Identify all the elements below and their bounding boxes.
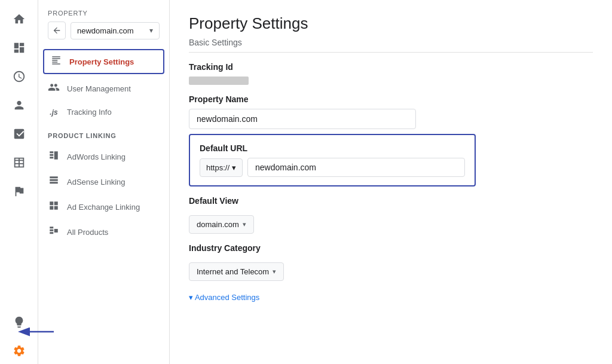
nav-bar xyxy=(0,0,38,364)
ad-exchange-icon xyxy=(48,200,60,213)
default-url-label: Default URL xyxy=(200,143,465,153)
product-linking-label: PRODUCT LINKING xyxy=(38,123,169,144)
svg-rect-7 xyxy=(50,201,53,205)
nav-flag[interactable] xyxy=(6,178,32,204)
property-name-input[interactable] xyxy=(189,109,416,129)
svg-rect-2 xyxy=(50,157,53,158)
svg-rect-10 xyxy=(54,206,58,210)
chevron-down-icon: ▾ xyxy=(149,26,153,35)
all-products-icon xyxy=(48,225,60,238)
sidebar-item-ad-exchange-label: Ad Exchange Linking xyxy=(67,203,140,212)
protocol-chevron-icon: ▾ xyxy=(232,163,236,172)
protocol-select[interactable]: https:// ▾ xyxy=(200,158,243,177)
main-content: Property Settings Basic Settings Trackin… xyxy=(170,0,612,364)
advanced-settings-toggle[interactable]: ▾ Advanced Settings xyxy=(189,293,593,302)
sidebar-item-ad-exchange[interactable]: Ad Exchange Linking xyxy=(38,194,169,219)
svg-rect-4 xyxy=(50,176,58,178)
svg-rect-1 xyxy=(50,154,53,156)
url-input-row: https:// ▾ xyxy=(200,158,465,177)
default-view-dropdown[interactable]: domain.com ▾ xyxy=(189,215,254,234)
basic-settings-label: Basic Settings xyxy=(189,38,593,53)
sidebar-item-adwords-label: AdWords Linking xyxy=(67,152,126,161)
property-dropdown[interactable]: newdomain.com ▾ xyxy=(71,22,160,39)
svg-rect-5 xyxy=(50,179,58,181)
default-view-chevron-icon: ▾ xyxy=(243,221,246,228)
user-management-icon xyxy=(48,81,60,96)
tracking-id-value xyxy=(189,77,249,85)
property-settings-icon xyxy=(50,55,62,68)
sidebar-item-tracking-info-label: Tracking Info xyxy=(67,108,112,117)
sidebar-item-user-management[interactable]: User Management xyxy=(38,75,169,102)
sidebar-item-all-products-label: All Products xyxy=(67,228,108,237)
page-title: Property Settings xyxy=(189,14,593,33)
adsense-icon xyxy=(48,175,60,188)
nav-users[interactable] xyxy=(6,92,32,118)
sidebar-item-adwords[interactable]: AdWords Linking xyxy=(38,144,169,169)
property-name-label: Property Name xyxy=(189,94,593,104)
sidebar-item-adsense-label: AdSense Linking xyxy=(67,178,126,186)
svg-rect-8 xyxy=(54,201,58,205)
industry-category-label: Industry Category xyxy=(189,243,593,253)
svg-rect-12 xyxy=(50,230,53,231)
nav-dashboard[interactable] xyxy=(6,35,32,61)
svg-rect-14 xyxy=(54,229,58,233)
sidebar-item-property-settings-label: Property Settings xyxy=(69,57,134,66)
industry-category-dropdown[interactable]: Internet and Telecom ▾ xyxy=(189,262,284,281)
back-button[interactable] xyxy=(48,22,66,39)
sidebar-item-property-settings[interactable]: Property Settings xyxy=(43,49,164,74)
sidebar: PROPERTY newdomain.com ▾ Property Settin… xyxy=(38,0,170,364)
domain-input[interactable] xyxy=(247,158,465,177)
nav-settings[interactable] xyxy=(6,338,32,364)
default-view-value: domain.com xyxy=(197,220,239,229)
sidebar-item-tracking-info[interactable]: .js Tracking Info xyxy=(38,102,169,123)
property-select-row: newdomain.com ▾ xyxy=(48,22,160,39)
nav-table[interactable] xyxy=(6,149,32,176)
nav-lightbulb[interactable] xyxy=(6,309,32,335)
default-url-section: Default URL https:// ▾ xyxy=(189,134,476,186)
property-label: PROPERTY xyxy=(38,10,169,22)
tracking-id-label: Tracking Id xyxy=(189,62,593,72)
sidebar-item-adsense[interactable]: AdSense Linking xyxy=(38,169,169,194)
advanced-settings-label: ▾ Advanced Settings xyxy=(189,293,259,302)
protocol-value: https:// xyxy=(206,163,230,172)
nav-goals[interactable] xyxy=(6,121,32,147)
svg-rect-3 xyxy=(54,151,58,160)
tracking-info-icon: .js xyxy=(48,108,60,117)
property-dropdown-value: newdomain.com xyxy=(77,26,134,35)
svg-rect-13 xyxy=(50,232,53,234)
nav-home[interactable] xyxy=(6,6,32,32)
adwords-icon xyxy=(48,150,60,163)
svg-rect-11 xyxy=(50,227,53,228)
svg-rect-9 xyxy=(50,206,53,210)
industry-category-value: Internet and Telecom xyxy=(197,267,269,276)
sidebar-item-all-products[interactable]: All Products xyxy=(38,219,169,244)
nav-reports[interactable] xyxy=(6,63,32,90)
svg-rect-6 xyxy=(50,182,58,183)
default-view-label: Default View xyxy=(189,196,593,206)
sidebar-item-user-management-label: User Management xyxy=(67,84,131,93)
svg-rect-0 xyxy=(50,151,53,153)
industry-category-chevron-icon: ▾ xyxy=(273,268,276,276)
